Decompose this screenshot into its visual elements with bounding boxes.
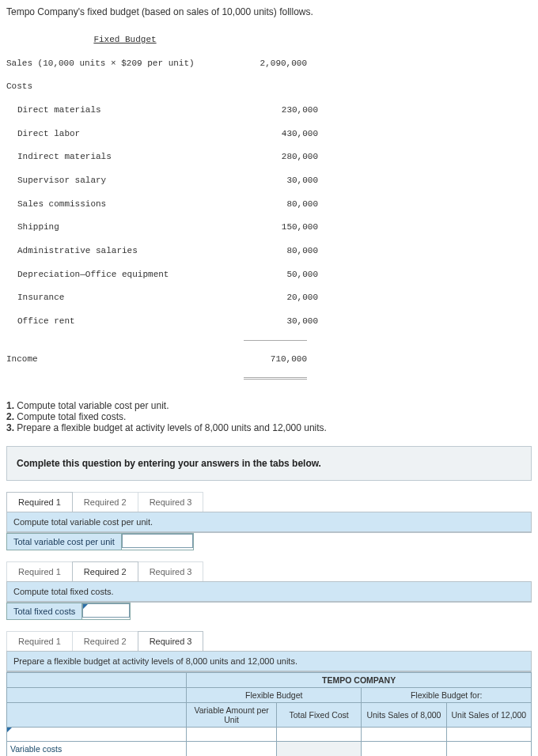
tabgroup-3: Required 1 Required 2 Required 3 Prepare…	[6, 631, 532, 672]
table-row[interactable]	[7, 728, 187, 742]
total-fixed-costs-input[interactable]	[82, 603, 130, 618]
intro-text: Tempo Company's fixed budget (based on s…	[6, 6, 532, 17]
tab2-required-2[interactable]: Required 2	[72, 561, 138, 581]
fixed-budget-block: Fixed Budget Sales (10,000 units × $209 …	[6, 22, 532, 392]
costs-label: Costs	[6, 81, 244, 93]
tab2-required-3[interactable]: Required 3	[138, 561, 204, 581]
dropdown-triangle-icon	[83, 604, 88, 609]
company-header: TEMPO COMPANY	[187, 673, 532, 688]
tab-required-3[interactable]: Required 3	[138, 492, 204, 512]
tabgroup-2: Required 1 Required 2 Required 3 Compute…	[6, 561, 532, 603]
flexible-budget-header: Flexible Budget	[187, 688, 362, 703]
variable-cost-per-unit-input[interactable]	[122, 534, 193, 548]
panel2-instruction: Compute total fixed costs.	[7, 582, 531, 602]
panel2-field-label: Total fixed costs	[7, 603, 82, 619]
col-total-fixed: Total Fixed Cost	[276, 703, 361, 728]
tabgroup-1: Required 1 Required 2 Required 3 Compute…	[6, 492, 532, 533]
answer-prompt-box: Complete this question by entering your …	[6, 446, 532, 481]
income-value: 710,000	[244, 353, 307, 365]
col-variable-amount: Variable Amount per Unit	[187, 703, 277, 728]
tab3-required-3[interactable]: Required 3	[138, 631, 204, 651]
panel1-instruction: Compute total variable cost per unit.	[7, 512, 531, 532]
tab-required-2[interactable]: Required 2	[72, 492, 138, 512]
tab3-required-2[interactable]: Required 2	[72, 631, 138, 651]
variable-costs-row[interactable]: Variable costs	[7, 742, 187, 756]
col-units-8000: Units Sales of 8,000	[362, 703, 446, 728]
tab2-required-1[interactable]: Required 1	[6, 561, 73, 581]
tab-required-1[interactable]: Required 1	[6, 492, 73, 512]
sales-value: 2,090,000	[244, 58, 307, 70]
income-label: Income	[6, 353, 244, 365]
panel3-instruction: Prepare a flexible budget at activity le…	[7, 652, 531, 671]
panel1-mini-table: Total variable cost per unit	[6, 533, 194, 550]
panel2-mini-table: Total fixed costs	[6, 603, 131, 620]
col-units-12000: Unit Sales of 12,000	[446, 703, 531, 728]
budget-header: Fixed Budget	[93, 35, 156, 44]
sales-label: Sales (10,000 units × $209 per unit)	[6, 58, 244, 70]
tab3-required-1[interactable]: Required 1	[6, 631, 73, 651]
flexible-budget-for-header: Flexible Budget for:	[362, 688, 532, 703]
question-list: 1. Compute total variable cost per unit.…	[6, 400, 532, 433]
flexible-budget-table: TEMPO COMPANY Flexible Budget Flexible B…	[6, 672, 532, 756]
panel1-field-label: Total variable cost per unit	[7, 534, 122, 550]
